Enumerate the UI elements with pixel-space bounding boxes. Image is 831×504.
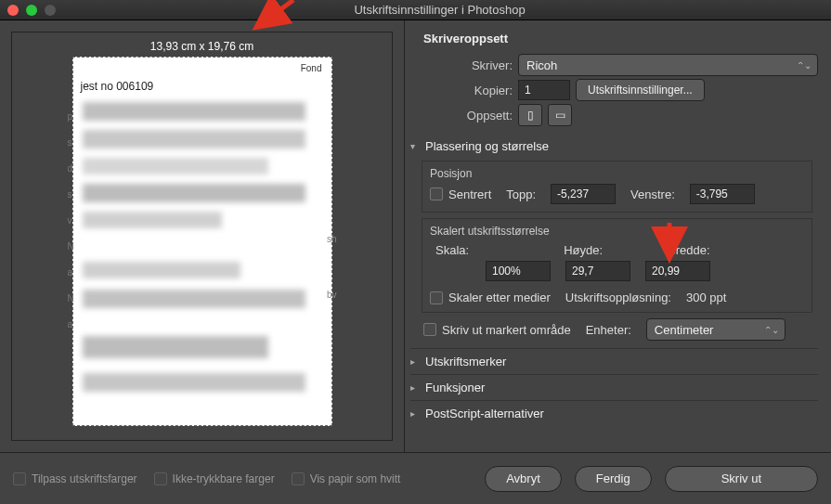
preview-ghost-letters: psdsvNaNa [68,104,74,338]
scale-to-media-checkbox-wrap[interactable]: Skaler etter medier [430,291,551,304]
units-label: Enheter: [586,323,631,337]
settings-panel: Skriveroppsett Skriver: Ricoh ⌃⌄ Kopier:… [404,20,831,452]
gamut-warning-checkbox-wrap: Ikke-trykkbare farger [154,472,275,485]
preview-doc-tag: Fond [301,63,322,73]
landscape-icon: ▭ [555,109,565,122]
portrait-icon: ▯ [527,109,534,122]
window-controls [7,5,56,16]
center-checkbox-wrap[interactable]: Sentrert [430,187,491,201]
preview-box: 13,93 cm x 19,76 cm Fond jest no 006109 … [11,32,393,441]
print-settings-button[interactable]: Utskriftsinnstillinger... [576,79,705,101]
print-marks-disclosure[interactable]: ▸ Utskriftsmerker [410,348,818,374]
printer-dropdown[interactable]: Ricoh ⌃⌄ [518,54,818,76]
window-title: Utskriftsinnstillinger i Photoshop [56,3,824,17]
chevron-updown-icon: ⌃⌄ [764,325,779,335]
width-input[interactable] [645,261,710,281]
postscript-heading: PostScript-alternativer [425,407,544,420]
preview-dimensions: 13,93 cm x 19,76 cm [150,40,253,53]
left-label: Venstre: [630,187,675,201]
preview-panel: 13,93 cm x 19,76 cm Fond jest no 006109 … [0,20,404,452]
minimize-window-button[interactable] [26,5,37,16]
preview-side-label: sh [327,234,337,244]
height-input[interactable] [565,261,630,281]
layout-label: Oppsett: [420,109,513,123]
chevron-right-icon: ▸ [410,408,422,419]
print-selected-checkbox[interactable] [423,323,436,336]
paper-white-label: Vis papir som hvitt [310,472,401,485]
height-label: Høyde: [564,243,603,257]
orientation-landscape-button[interactable]: ▭ [548,104,572,126]
gamut-warning-label: Ikke-trykkbare farger [173,472,275,485]
done-button[interactable]: Ferdig [575,466,652,492]
titlebar: Utskriftsinnstillinger i Photoshop [0,0,831,20]
scaled-size-label: Skalert utskriftsstørrelse [430,225,804,238]
left-input[interactable] [690,184,755,204]
bottom-bar: Tilpass utskriftsfarger Ikke-trykkbare f… [0,452,831,504]
chevron-right-icon: ▸ [410,356,422,367]
print-marks-heading: Utskriftsmerker [425,355,506,368]
position-group: Posisjon Sentrert Topp: Venstre: [422,161,812,213]
cancel-button[interactable]: Avbryt [485,466,562,492]
center-checkbox[interactable] [430,187,443,200]
chevron-down-icon: ▾ [410,141,422,151]
position-label: Posisjon [430,167,804,180]
printer-setup-heading: Skriveroppsett [410,26,818,51]
print-selected-checkbox-wrap[interactable]: Skriv ut markert område [423,323,571,337]
print-resolution-label: Utskriftsoppløsning: [565,291,671,304]
scale-to-media-label: Skaler etter medier [448,291,551,304]
match-print-colors-label: Tilpass utskriftsfarger [32,472,137,485]
preview-side-label: bv [327,290,337,300]
print-button[interactable]: Skriv ut [665,466,818,492]
printer-label: Skriver: [420,58,513,72]
units-dropdown[interactable]: Centimeter ⌃⌄ [646,318,786,341]
scale-input[interactable] [486,261,551,281]
position-size-disclosure[interactable]: ▾ Plassering og størrelse [410,134,818,159]
scaled-size-group: Skalert utskriftsstørrelse Skala: Høyde:… [422,218,812,313]
gamut-warning-checkbox [154,472,167,485]
scale-label: Skala: [435,243,469,257]
match-print-colors-checkbox [13,472,26,485]
printer-dropdown-value: Ricoh [526,58,557,72]
top-input[interactable] [551,184,616,204]
copies-label: Kopier: [420,84,513,97]
functions-disclosure[interactable]: ▸ Funksjoner [410,374,818,400]
print-resolution-value: 300 ppt [686,291,726,304]
functions-heading: Funksjoner [425,381,485,394]
print-selected-label: Skriv ut markert område [442,323,571,337]
print-preview-canvas[interactable]: Fond jest no 006109 psdsvNaNa sh bv [72,57,332,426]
center-checkbox-label: Sentrert [448,187,491,201]
position-size-heading: Plassering og størrelse [425,139,549,153]
scale-to-media-checkbox[interactable] [430,291,443,304]
chevron-right-icon: ▸ [410,382,422,393]
close-window-button[interactable] [7,5,19,16]
units-dropdown-value: Centimeter [655,323,714,337]
copies-input[interactable] [518,80,570,100]
orientation-portrait-button[interactable]: ▯ [518,104,542,126]
postscript-disclosure[interactable]: ▸ PostScript-alternativer [410,400,818,426]
match-print-colors-checkbox-wrap: Tilpass utskriftsfarger [13,472,137,485]
top-label: Topp: [506,187,536,201]
chevron-updown-icon: ⌃⌄ [797,60,812,71]
preview-doc-heading: jest no 006109 [81,80,154,93]
zoom-window-button [45,5,56,16]
paper-white-checkbox-wrap: Vis papir som hvitt [292,472,401,485]
width-label: Bredde: [668,243,710,257]
paper-white-checkbox [292,472,305,485]
